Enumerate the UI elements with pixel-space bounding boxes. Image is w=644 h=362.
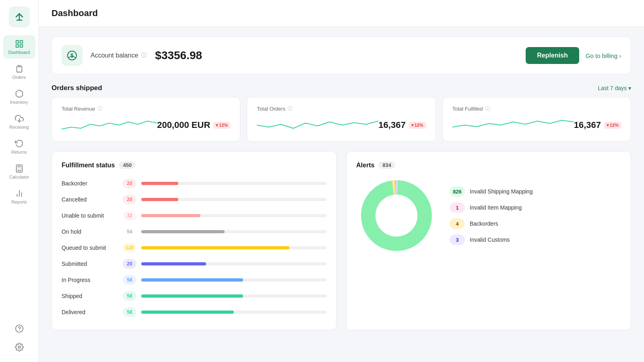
- fulfillment-bar-fill: [141, 278, 243, 282]
- fulfillment-bar-track: [141, 214, 326, 217]
- alerts-donut: [356, 175, 437, 256]
- balance-actions: Replenish Go to billing ›: [526, 47, 621, 64]
- svg-rect-0: [16, 41, 18, 43]
- stat-card-fulfilled: Total Fulfilled ⓘ 16,367 ▾ 12%: [442, 97, 631, 142]
- svg-rect-4: [18, 66, 21, 67]
- fulfillment-bar-track: [141, 230, 326, 233]
- svg-text:$: $: [70, 52, 74, 59]
- fulfillment-bar-fill: [141, 198, 178, 201]
- fulfillment-row[interactable]: Cancelled20: [62, 191, 326, 208]
- page-header: Dashboard: [39, 0, 644, 27]
- fulfilled-value-wrap: 16,367 ▾ 12%: [574, 120, 621, 130]
- stat-fulfilled-header: Total Fulfilled ⓘ: [452, 105, 621, 112]
- fulfillment-bar-fill: [141, 262, 206, 265]
- sidebar-item-returns[interactable]: Returns: [3, 135, 35, 158]
- fulfillment-bar-track: [141, 182, 326, 185]
- chevron-down-icon: ▾: [628, 85, 631, 91]
- fulfillment-row-count: 58: [123, 291, 136, 301]
- sidebar-item-inventory[interactable]: Inventory: [3, 85, 35, 109]
- sidebar-item-dashboard-label: Dashboard: [8, 50, 30, 55]
- fulfillment-row[interactable]: Delivered58: [62, 304, 326, 320]
- sidebar-item-calculator[interactable]: Calculator: [3, 160, 35, 183]
- bottom-panels: Fulfillment status 450 Backorder20Cancel…: [52, 151, 631, 330]
- info-icon[interactable]: ⓘ: [141, 52, 147, 59]
- fulfillment-row[interactable]: Backorder20: [62, 175, 326, 191]
- svg-point-27: [376, 195, 417, 237]
- fulfillment-panel-header: Fulfillment status 450: [62, 161, 326, 169]
- svg-rect-2: [20, 45, 22, 47]
- fulfillment-title: Fulfillment status: [62, 162, 115, 169]
- fulfillment-row-count: 32: [123, 211, 136, 220]
- stat-revenue-header: Total Revenue ⓘ: [62, 105, 230, 112]
- date-filter[interactable]: Last 7 days ▾: [598, 85, 631, 91]
- fulfillment-bar-fill: [141, 311, 234, 314]
- fulfillment-row-label: Unable to submit: [62, 212, 118, 219]
- fulfillment-row[interactable]: Queued to submit120: [62, 240, 326, 256]
- fulfilled-value: 16,367: [574, 120, 601, 130]
- legend-count: 3: [450, 234, 465, 245]
- legend-count: 826: [450, 186, 465, 197]
- alerts-title: Alerts: [356, 162, 374, 169]
- fulfillment-row-count: 58: [123, 275, 136, 285]
- orders-badge: ▾ 12%: [409, 122, 426, 129]
- legend-label: Invalid Item Mapping: [470, 204, 522, 211]
- fulfillment-total-badge: 450: [119, 161, 136, 169]
- stat-orders-body: 16,367 ▾ 12%: [257, 117, 425, 133]
- fulfillment-bar-fill: [141, 246, 289, 249]
- legend-label: Invalid Customs: [470, 237, 510, 243]
- fulfillment-row-count: 20: [123, 259, 136, 269]
- fulfillment-row[interactable]: In Progress58: [62, 272, 326, 288]
- legend-item[interactable]: 826Invalid Shipping Mapping: [450, 186, 621, 197]
- main-area: Dashboard $ Account balance ⓘ $3356.98 R…: [39, 0, 644, 362]
- sidebar: Dashboard Orders Inventory Receiving Ret…: [0, 0, 39, 362]
- balance-card: $ Account balance ⓘ $3356.98 Replenish G…: [52, 37, 631, 74]
- fulfillment-row-label: Shipped: [62, 293, 118, 299]
- chevron-right-icon: ›: [619, 52, 621, 59]
- stats-grid: Total Revenue ⓘ 200,000 EUR ▾ 12%: [52, 97, 631, 142]
- legend-count: 1: [450, 202, 465, 213]
- stat-fulfilled-label: Total Fulfilled: [452, 106, 483, 112]
- stat-orders-info-icon[interactable]: ⓘ: [288, 105, 293, 112]
- balance-label: Account balance: [91, 52, 138, 59]
- balance-info: Account balance ⓘ $3356.98: [91, 49, 518, 62]
- stat-fulfilled-info-icon[interactable]: ⓘ: [485, 105, 490, 112]
- go-to-billing-link[interactable]: Go to billing ›: [586, 52, 621, 59]
- fulfillment-bar-track: [141, 278, 326, 282]
- orders-shipped-section: Orders shipped Last 7 days ▾ Total Reven…: [52, 84, 631, 142]
- alerts-body: 826Invalid Shipping Mapping1Invalid Item…: [356, 175, 621, 256]
- fulfillment-bar-track: [141, 198, 326, 201]
- alerts-panel: Alerts 834: [346, 151, 631, 330]
- page-title: Dashboard: [52, 8, 631, 19]
- svg-rect-3: [16, 45, 18, 47]
- fulfillment-row-label: Submitted: [62, 261, 118, 267]
- fulfillment-bar-fill: [141, 182, 178, 185]
- fulfillment-row-count: 20: [123, 179, 136, 188]
- orders-shipped-title: Orders shipped: [52, 84, 102, 92]
- legend-item[interactable]: 4Backorders: [450, 218, 621, 229]
- fulfillment-row[interactable]: On hold54: [62, 224, 326, 240]
- fulfillment-row-label: Backorder: [62, 180, 118, 187]
- fulfillment-row-count: 58: [123, 307, 136, 317]
- replenish-button[interactable]: Replenish: [526, 47, 579, 64]
- legend-item[interactable]: 3Invalid Customs: [450, 234, 621, 245]
- stat-fulfilled-body: 16,367 ▾ 12%: [452, 117, 621, 133]
- orders-value-wrap: 16,367 ▾ 12%: [378, 120, 425, 130]
- fulfillment-row[interactable]: Shipped58: [62, 288, 326, 304]
- sidebar-item-settings[interactable]: [3, 339, 35, 356]
- sidebar-item-returns-label: Returns: [11, 150, 27, 154]
- sidebar-logo: [9, 6, 30, 27]
- fulfillment-row[interactable]: Submitted20: [62, 256, 326, 272]
- sidebar-item-receiving-label: Receiving: [9, 125, 29, 130]
- sidebar-item-reports[interactable]: Reports: [3, 185, 35, 208]
- sidebar-item-receiving[interactable]: Receiving: [3, 110, 35, 134]
- fulfillment-bar-fill: [141, 230, 225, 233]
- sidebar-item-dashboard[interactable]: Dashboard: [3, 35, 35, 59]
- stat-revenue-info-icon[interactable]: ⓘ: [97, 105, 102, 112]
- legend-item[interactable]: 1Invalid Item Mapping: [450, 202, 621, 213]
- fulfillment-row[interactable]: Unable to submit32: [62, 208, 326, 224]
- stat-card-orders: Total Orders ⓘ 16,367 ▾ 12%: [247, 97, 436, 142]
- sidebar-item-orders[interactable]: Orders: [3, 60, 35, 84]
- orders-sparkline: [257, 117, 378, 133]
- sidebar-item-help[interactable]: [3, 320, 35, 337]
- alerts-total-badge: 834: [378, 161, 395, 169]
